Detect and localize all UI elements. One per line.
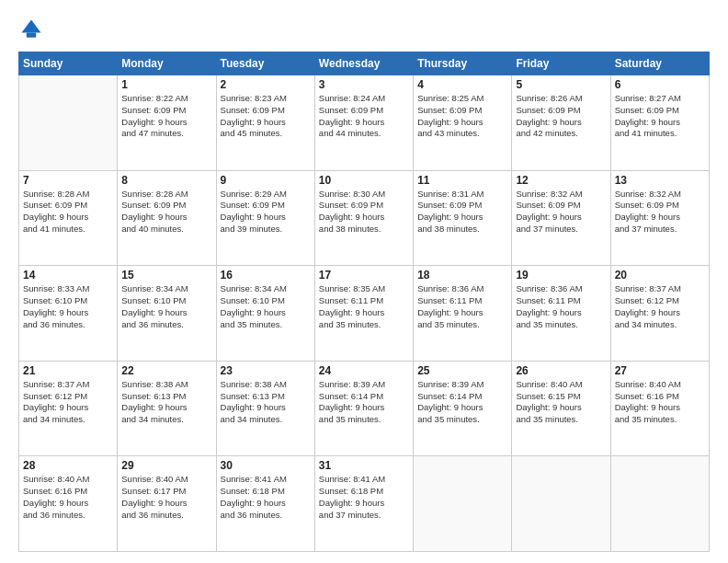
day-number: 26 [516,364,606,377]
calendar-cell: 20Sunrise: 8:37 AM Sunset: 6:12 PM Dayli… [610,266,709,362]
weekday-header-thursday: Thursday [414,52,512,75]
calendar-cell [19,75,118,171]
calendar-cell: 28Sunrise: 8:40 AM Sunset: 6:16 PM Dayli… [19,456,118,552]
day-info: Sunrise: 8:25 AM Sunset: 6:09 PM Dayligh… [417,93,507,140]
calendar-cell: 12Sunrise: 8:32 AM Sunset: 6:09 PM Dayli… [512,170,610,266]
calendar-cell: 8Sunrise: 8:28 AM Sunset: 6:09 PM Daylig… [118,170,216,266]
day-info: Sunrise: 8:40 AM Sunset: 6:16 PM Dayligh… [615,379,705,426]
calendar-cell: 22Sunrise: 8:38 AM Sunset: 6:13 PM Dayli… [118,361,216,456]
day-number: 25 [417,364,507,377]
calendar-table: SundayMondayTuesdayWednesdayThursdayFrid… [18,52,710,552]
day-info: Sunrise: 8:34 AM Sunset: 6:10 PM Dayligh… [121,283,211,330]
calendar-cell: 13Sunrise: 8:32 AM Sunset: 6:09 PM Dayli… [610,170,709,266]
day-number: 21 [23,364,113,377]
day-number: 14 [23,269,113,282]
calendar-cell: 23Sunrise: 8:38 AM Sunset: 6:13 PM Dayli… [216,361,314,456]
day-number: 10 [319,174,409,187]
day-number: 20 [615,269,705,282]
calendar-cell: 18Sunrise: 8:36 AM Sunset: 6:11 PM Dayli… [414,266,512,362]
weekday-header-saturday: Saturday [610,52,709,75]
day-info: Sunrise: 8:39 AM Sunset: 6:14 PM Dayligh… [319,379,409,426]
logo-icon [18,17,44,42]
calendar-cell: 21Sunrise: 8:37 AM Sunset: 6:12 PM Dayli… [19,361,118,456]
day-number: 16 [221,269,311,282]
day-info: Sunrise: 8:40 AM Sunset: 6:17 PM Dayligh… [121,474,211,521]
day-number: 28 [23,459,113,472]
day-info: Sunrise: 8:22 AM Sunset: 6:09 PM Dayligh… [121,93,211,140]
day-number: 2 [221,78,311,91]
day-number: 3 [319,78,409,91]
weekday-header-wednesday: Wednesday [314,52,413,75]
day-number: 1 [121,78,211,91]
day-number: 19 [516,269,606,282]
day-number: 22 [121,364,211,377]
calendar-cell: 19Sunrise: 8:36 AM Sunset: 6:11 PM Dayli… [512,266,610,362]
day-number: 13 [615,174,705,187]
day-info: Sunrise: 8:38 AM Sunset: 6:13 PM Dayligh… [121,379,211,426]
calendar-cell: 1Sunrise: 8:22 AM Sunset: 6:09 PM Daylig… [118,75,216,171]
calendar-body: 1Sunrise: 8:22 AM Sunset: 6:09 PM Daylig… [19,75,710,552]
day-info: Sunrise: 8:34 AM Sunset: 6:10 PM Dayligh… [221,283,311,330]
day-info: Sunrise: 8:36 AM Sunset: 6:11 PM Dayligh… [417,283,507,330]
svg-rect-1 [27,33,37,38]
day-number: 9 [221,174,311,187]
day-info: Sunrise: 8:33 AM Sunset: 6:10 PM Dayligh… [23,283,113,330]
calendar-cell: 3Sunrise: 8:24 AM Sunset: 6:09 PM Daylig… [314,75,413,171]
day-info: Sunrise: 8:31 AM Sunset: 6:09 PM Dayligh… [417,189,507,236]
day-info: Sunrise: 8:26 AM Sunset: 6:09 PM Dayligh… [516,93,606,140]
calendar-cell: 4Sunrise: 8:25 AM Sunset: 6:09 PM Daylig… [414,75,512,171]
day-info: Sunrise: 8:37 AM Sunset: 6:12 PM Dayligh… [23,379,113,426]
day-number: 29 [121,459,211,472]
calendar-week-4: 21Sunrise: 8:37 AM Sunset: 6:12 PM Dayli… [19,361,710,456]
header [18,17,710,42]
day-info: Sunrise: 8:38 AM Sunset: 6:13 PM Dayligh… [221,379,311,426]
calendar-week-2: 7Sunrise: 8:28 AM Sunset: 6:09 PM Daylig… [19,170,710,266]
calendar-cell: 7Sunrise: 8:28 AM Sunset: 6:09 PM Daylig… [19,170,118,266]
calendar-cell: 26Sunrise: 8:40 AM Sunset: 6:15 PM Dayli… [512,361,610,456]
day-info: Sunrise: 8:28 AM Sunset: 6:09 PM Dayligh… [23,189,113,236]
day-info: Sunrise: 8:24 AM Sunset: 6:09 PM Dayligh… [319,93,409,140]
calendar-cell: 30Sunrise: 8:41 AM Sunset: 6:18 PM Dayli… [216,456,314,552]
calendar-cell: 14Sunrise: 8:33 AM Sunset: 6:10 PM Dayli… [19,266,118,362]
day-info: Sunrise: 8:23 AM Sunset: 6:09 PM Dayligh… [221,93,311,140]
day-number: 7 [23,174,113,187]
day-info: Sunrise: 8:32 AM Sunset: 6:09 PM Dayligh… [516,189,606,236]
day-info: Sunrise: 8:39 AM Sunset: 6:14 PM Dayligh… [417,379,507,426]
svg-marker-0 [22,20,41,33]
calendar-cell: 24Sunrise: 8:39 AM Sunset: 6:14 PM Dayli… [314,361,413,456]
calendar-cell [512,456,610,552]
calendar-cell: 10Sunrise: 8:30 AM Sunset: 6:09 PM Dayli… [314,170,413,266]
day-info: Sunrise: 8:28 AM Sunset: 6:09 PM Dayligh… [121,189,211,236]
day-info: Sunrise: 8:32 AM Sunset: 6:09 PM Dayligh… [615,189,705,236]
day-info: Sunrise: 8:37 AM Sunset: 6:12 PM Dayligh… [615,283,705,330]
calendar-cell: 15Sunrise: 8:34 AM Sunset: 6:10 PM Dayli… [118,266,216,362]
weekday-header-sunday: Sunday [19,52,118,75]
day-number: 24 [319,364,409,377]
day-info: Sunrise: 8:27 AM Sunset: 6:09 PM Dayligh… [615,93,705,140]
page: SundayMondayTuesdayWednesdayThursdayFrid… [0,0,728,563]
calendar-cell: 17Sunrise: 8:35 AM Sunset: 6:11 PM Dayli… [314,266,413,362]
day-number: 15 [121,269,211,282]
calendar-cell: 9Sunrise: 8:29 AM Sunset: 6:09 PM Daylig… [216,170,314,266]
day-number: 5 [516,78,606,91]
calendar-cell: 11Sunrise: 8:31 AM Sunset: 6:09 PM Dayli… [414,170,512,266]
day-number: 27 [615,364,705,377]
calendar-cell [414,456,512,552]
day-number: 17 [319,269,409,282]
calendar-cell: 27Sunrise: 8:40 AM Sunset: 6:16 PM Dayli… [610,361,709,456]
day-info: Sunrise: 8:40 AM Sunset: 6:16 PM Dayligh… [23,474,113,521]
day-number: 8 [121,174,211,187]
day-info: Sunrise: 8:36 AM Sunset: 6:11 PM Dayligh… [516,283,606,330]
day-number: 11 [417,174,507,187]
day-number: 12 [516,174,606,187]
day-info: Sunrise: 8:40 AM Sunset: 6:15 PM Dayligh… [516,379,606,426]
weekday-header-tuesday: Tuesday [216,52,314,75]
calendar-cell: 31Sunrise: 8:41 AM Sunset: 6:18 PM Dayli… [314,456,413,552]
day-number: 18 [417,269,507,282]
day-info: Sunrise: 8:30 AM Sunset: 6:09 PM Dayligh… [319,189,409,236]
day-number: 30 [221,459,311,472]
calendar-cell: 25Sunrise: 8:39 AM Sunset: 6:14 PM Dayli… [414,361,512,456]
calendar-week-3: 14Sunrise: 8:33 AM Sunset: 6:10 PM Dayli… [19,266,710,362]
day-number: 23 [221,364,311,377]
day-info: Sunrise: 8:29 AM Sunset: 6:09 PM Dayligh… [221,189,311,236]
